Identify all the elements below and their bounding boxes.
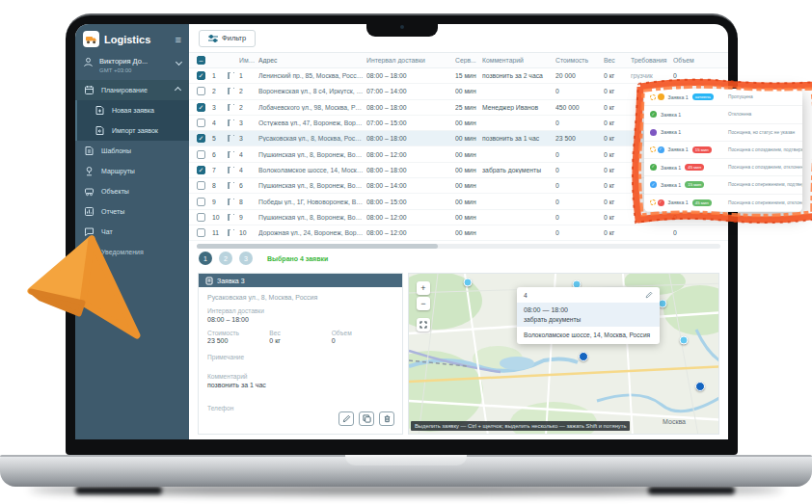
- legend-status-badge: 45 мин: [685, 164, 704, 171]
- selection-count: Выбрано 4 заявки: [267, 255, 328, 262]
- edit-button[interactable]: [338, 411, 354, 426]
- details-cost-value: 23 500: [207, 337, 269, 344]
- lock-icon: [228, 229, 230, 236]
- sidebar-item-label: Планирование: [101, 87, 148, 93]
- row-checkbox[interactable]: ✓: [197, 103, 205, 112]
- legend-icons: ✓: [650, 199, 664, 206]
- lock-icon: [228, 88, 230, 94]
- new-order-icon: [95, 105, 105, 116]
- legend-status-description: Посещена с опозданием, отклонена: [728, 165, 802, 170]
- chevron-down-icon: [176, 59, 182, 66]
- sidebar-item-import-orders[interactable]: Импорт заявок: [75, 120, 189, 141]
- col-header-requirements[interactable]: Требования: [631, 57, 673, 64]
- fullscreen-button[interactable]: [417, 318, 430, 332]
- scrollbar-thumb[interactable]: [197, 244, 438, 249]
- col-header-service[interactable]: Серв...: [455, 57, 482, 64]
- laptop-groove: [345, 455, 467, 465]
- user-menu[interactable]: Виктория До... GMT +03:00: [75, 53, 189, 80]
- row-checkbox[interactable]: ✓: [197, 134, 205, 143]
- row-checkbox[interactable]: [197, 213, 205, 222]
- legend-row: Заявка 1 активна Пропущена: [644, 89, 802, 106]
- zoom-in-button[interactable]: +: [417, 281, 430, 295]
- sidebar-item-templates[interactable]: Шаблоны: [75, 141, 189, 161]
- status-legend-popup: Заявка 1 активна Пропущена ✓ Заявка 1 От…: [644, 89, 802, 212]
- col-header-comment[interactable]: Комментарий: [482, 57, 555, 64]
- menu-burger-icon[interactable]: ≡: [176, 34, 181, 45]
- col-header-name[interactable]: Имя: [239, 57, 255, 64]
- status-marker-icon: [658, 93, 664, 100]
- col-header-weight[interactable]: Вес: [604, 57, 631, 64]
- routes-icon: [84, 166, 95, 176]
- legend-status-badge: 15 мин: [692, 146, 712, 153]
- row-checkbox[interactable]: [197, 119, 205, 127]
- legend-status-description: Отклонена: [728, 112, 751, 117]
- map-marker[interactable]: [464, 279, 473, 287]
- page-button[interactable]: 3: [239, 252, 253, 265]
- col-header-interval[interactable]: Интервал доставки: [366, 57, 455, 64]
- legend-status-description: Посещена с опережением, отклонена: [728, 200, 802, 205]
- import-orders-icon: [95, 125, 105, 136]
- details-comment-label: Комментарий: [207, 373, 393, 380]
- row-checkbox[interactable]: [197, 198, 205, 206]
- row-checkbox[interactable]: ✓: [197, 71, 205, 80]
- sidebar-item-new-order[interactable]: Новая заявка: [75, 100, 189, 120]
- row-checkbox[interactable]: [197, 228, 205, 237]
- legend-status-description: Посещена с опережением, подтверждена: [728, 182, 802, 187]
- select-all-checkbox[interactable]: –: [197, 56, 205, 65]
- legend-row: Заявка 1 Посещена, но статус не указан: [644, 124, 802, 142]
- table-row[interactable]: 10 9 Пушкинская ул., 8, Воронеж, Вор... …: [189, 210, 728, 225]
- sidebar-item-label: Отчеты: [101, 208, 124, 215]
- map-hint: Выделить заявку — Ctrl + щелчок; выделит…: [411, 421, 630, 431]
- col-header-address[interactable]: Адрес: [258, 57, 366, 64]
- legend-status-description: Посещена, но статус не указан: [728, 130, 795, 135]
- map-marker[interactable]: [695, 382, 705, 391]
- legend-icons: ✓: [650, 146, 664, 153]
- sidebar-item-planning[interactable]: Планирование: [75, 80, 189, 100]
- laptop-notch: [366, 15, 438, 37]
- sidebar-item-label: Объекты: [101, 188, 129, 195]
- sidebar-item-label: Импорт заявок: [112, 127, 158, 134]
- details-interval-value: 08:00 – 18:00: [207, 316, 393, 323]
- row-checkbox[interactable]: [197, 87, 205, 95]
- details-volume-label: Объем: [332, 330, 393, 336]
- app-logo-row: Logistics ≡: [75, 24, 189, 53]
- pencil-icon[interactable]: [645, 291, 653, 299]
- table-toolbar: Фильтр: [189, 24, 728, 53]
- trash-icon: [383, 414, 392, 423]
- map-marker[interactable]: [680, 336, 689, 345]
- lock-icon: [228, 72, 230, 79]
- table-row[interactable]: ✓ 1 1 Ленинский пр., 85, Москва, Россия …: [189, 68, 728, 84]
- horizontal-scrollbar[interactable]: [197, 244, 720, 249]
- row-checkbox[interactable]: ✓: [197, 166, 205, 174]
- col-header-cost[interactable]: Стоимость: [555, 57, 604, 64]
- table-row[interactable]: 11 10 Дорожная ул., 24, Воронеж, Воро...…: [189, 225, 728, 241]
- legend-icons: ✓: [650, 164, 657, 171]
- laptop-frame: Logistics ≡ Виктория До... GMT +03:00: [66, 13, 738, 455]
- status-marker-icon: ✓: [658, 146, 664, 153]
- laptop-foot-left: [75, 487, 162, 494]
- details-weight-label: Вес: [269, 330, 331, 336]
- col-header-volume[interactable]: Объем: [673, 57, 702, 64]
- zoom-out-button[interactable]: −: [417, 297, 430, 310]
- legend-icons: [650, 93, 664, 100]
- popup-comment: забрать документы: [524, 316, 653, 323]
- legend-row: ✓ Заявка 1 15 мин Посещена с опережением…: [644, 176, 802, 194]
- legend-row: ✓ Заявка 1 Отклонена: [644, 106, 802, 123]
- user-name: Виктория До...: [99, 57, 148, 66]
- legend-row: ✓ Заявка 1 45 мин Посещена с опережением…: [644, 195, 802, 212]
- copy-button[interactable]: [359, 411, 374, 426]
- sidebar-item-reports[interactable]: Отчеты: [75, 201, 189, 222]
- row-checkbox[interactable]: [197, 181, 205, 190]
- legend-status-badge: 45 мин: [692, 199, 712, 206]
- sidebar-item-objects[interactable]: Объекты: [75, 181, 189, 201]
- legend-row: ✓ Заявка 1 15 мин Посещена с опозданием,…: [644, 142, 802, 159]
- sidebar-item-routes[interactable]: Маршруты: [75, 161, 189, 181]
- map-marker[interactable]: [579, 352, 588, 361]
- user-icon: [83, 57, 94, 67]
- row-checkbox[interactable]: [197, 150, 205, 159]
- page-button[interactable]: 2: [219, 252, 232, 265]
- legend-icons: ✓: [650, 111, 657, 118]
- filter-button[interactable]: Фильтр: [199, 30, 256, 47]
- page-button[interactable]: 1: [199, 252, 212, 265]
- delete-button[interactable]: [379, 411, 394, 426]
